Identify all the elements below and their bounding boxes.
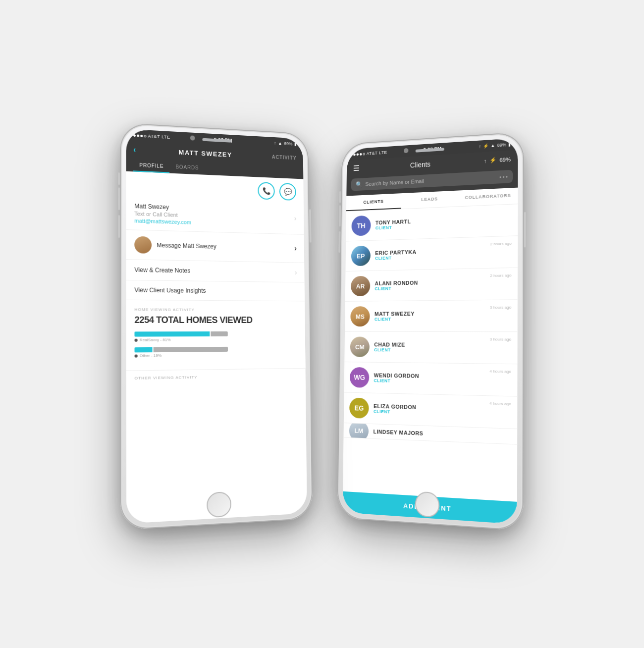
notes-row[interactable]: View & Create Notes › (126, 260, 305, 282)
client-name-lindsey: LINDSEY MAJORS (373, 429, 511, 440)
client-avatar-lm: LM (349, 423, 369, 441)
insights-row[interactable]: View Client Usage Insights (126, 280, 305, 301)
other-activity-section: OTHER VIEWING ACTIVITY (126, 368, 306, 386)
activity-tab-header[interactable]: ACTIVITY (272, 154, 297, 161)
contact-name: Matt Swezey (134, 203, 191, 212)
client-info-matt: MATT SWEZEY CLIENT (375, 310, 511, 322)
power-button[interactable] (309, 209, 311, 242)
profile-name-header: MATT SWEZEY (137, 146, 272, 161)
signal-dots-right (353, 153, 365, 156)
activity-section-label: HOME VIEWING ACTIVITY (134, 307, 297, 312)
list-item[interactable]: EP ERIC PARTYKA CLIENT 2 hours ago (345, 236, 518, 271)
chat-icon-button[interactable]: 💬 (279, 183, 296, 201)
client-avatar-th: TH (351, 216, 371, 236)
clients-screen: ☰ Clients ↑ ⚡ 69% 🔍 Search by Name or Em… (343, 150, 518, 524)
left-screen: AT&T LTE 2:08 PM ↑ ▲ 69% ▮ ‹ MATT SWEZEY… (126, 129, 307, 524)
total-viewed-label: 2254 TOTAL HOMES VIEWED (134, 315, 297, 325)
bar-other-label: Other - 19% (135, 352, 298, 358)
signal-dot-4 (144, 135, 146, 137)
call-icon-button[interactable]: 📞 (258, 182, 274, 200)
tab-collaborators[interactable]: COLLABORATORS (458, 188, 518, 207)
client-time-alani: 2 hours ago (490, 273, 511, 278)
signal-dot-3 (140, 134, 143, 137)
wifi-icon-right: ▲ (490, 143, 495, 149)
bar-other-text: Other - 19% (140, 353, 161, 358)
list-item[interactable]: MS MATT SWEZEY CLIENT 3 hours ago (345, 300, 518, 332)
back-button[interactable]: ‹ (133, 145, 137, 154)
tab-profile[interactable]: PROFILE (133, 158, 170, 173)
bar-realsavvy-grey (211, 331, 228, 336)
bar-realsavvy-text: RealSavvy - 81% (140, 337, 171, 342)
clients-title: Clients (360, 157, 484, 171)
search-icon: 🔍 (356, 181, 363, 188)
carrier-left: AT&T LTE (133, 133, 170, 140)
status-right-left: ↑ ▲ 69% ▮ (274, 141, 296, 147)
battery-right: 69% (497, 142, 506, 148)
bar-other-track (135, 346, 298, 353)
profile-content: 📞 💬 Matt Swezey Text or Call Client matt… (126, 171, 307, 524)
tab-leads[interactable]: LEADS (401, 191, 458, 209)
initials-eg: EG (354, 404, 364, 412)
client-list: TH TONY HARTL CLIENT EP ERIC PAR (343, 204, 518, 502)
mute-button[interactable] (118, 172, 120, 185)
list-item[interactable]: WG WENDI GORDON CLIENT 4 hours ago (344, 362, 518, 397)
search-placeholder: Search by Name or Email (365, 178, 424, 187)
client-avatar-cm: CM (350, 337, 370, 357)
initials-th: TH (357, 222, 365, 230)
volume-down-button[interactable] (118, 215, 120, 238)
bar-realsavvy: RealSavvy - 81% (134, 331, 297, 342)
tab-boards[interactable]: BOARDS (169, 160, 205, 175)
carrier-name-right: AT&T (367, 151, 378, 156)
activity-section: HOME VIEWING ACTIVITY 2254 TOTAL HOMES V… (126, 300, 306, 371)
bluetooth-nav-icon: ⚡ (489, 157, 496, 163)
initials-ar: AR (356, 282, 365, 290)
nav-icons-right: ↑ ⚡ 69% (484, 156, 511, 164)
volume-up-button-right[interactable] (339, 205, 341, 226)
battery-nav: 69% (499, 156, 511, 162)
carrier-right: AT&T LTE (353, 150, 387, 157)
client-time-wendi: 4 hours ago (489, 369, 511, 374)
bluetooth-icon: ⚡ (483, 143, 488, 149)
chevron-right-icon-2: › (294, 244, 297, 253)
tab-clients[interactable]: CLIENTS (346, 193, 401, 211)
right-phone: AT&T LTE 2:08 PM ↑ ⚡ ▲ 69% ▮ ☰ Clients (337, 132, 524, 531)
list-item[interactable]: CM CHAD MIZE CLIENT 3 hours ago (344, 332, 517, 364)
contact-email[interactable]: matt@mattswezey.com (134, 217, 191, 225)
bar-dot-1 (135, 338, 138, 341)
carrier-type-right: LTE (379, 150, 387, 156)
signal-dot-r2 (357, 153, 359, 156)
status-right-right: ↑ ⚡ ▲ 69% ▮ (479, 142, 511, 149)
location-nav-icon: ↑ (484, 158, 487, 163)
chat-icon: 💬 (284, 188, 292, 196)
list-item[interactable]: AR ALANI RONDON CLIENT 2 hours ago (345, 268, 518, 302)
hamburger-menu-icon[interactable]: ☰ (353, 163, 360, 173)
client-name-matt: MATT SWEZEY (375, 310, 511, 317)
client-avatar-ar: AR (351, 276, 370, 296)
message-row[interactable]: Message Matt Swezey › (126, 230, 304, 263)
client-time-chad: 3 hours ago (490, 337, 512, 341)
client-type-chad: CLIENT (374, 347, 511, 353)
power-button-right[interactable] (524, 212, 526, 248)
initials-ms: MS (356, 313, 365, 320)
carrier-name-left: AT&T (148, 134, 160, 139)
carrier-type-left: LTE (161, 134, 170, 140)
battery-icon-right: ▮ (508, 142, 511, 147)
insights-info: View Client Usage Insights (134, 286, 206, 294)
signal-dot-1 (133, 134, 136, 137)
client-avatar-ms: MS (350, 306, 370, 326)
initials-wg: WG (354, 374, 365, 381)
contact-info: Matt Swezey Text or Call Client matt@mat… (134, 203, 191, 225)
signal-dots (133, 134, 147, 137)
client-info-alani: ALANI RONDON CLIENT (375, 278, 511, 291)
volume-up-button[interactable] (118, 187, 120, 210)
mute-button-right[interactable] (339, 191, 341, 203)
contact-row[interactable]: Matt Swezey Text or Call Client matt@mat… (126, 196, 304, 235)
wifi-icon: ▲ (278, 141, 282, 146)
volume-down-button-right[interactable] (338, 231, 340, 253)
message-avatar (134, 236, 152, 254)
bar-other: Other - 19% (135, 346, 298, 358)
contact-subtitle: Text or Call Client (134, 211, 191, 218)
bar-realsavvy-filled (134, 331, 210, 337)
client-time-eliza: 4 hours ago (489, 401, 511, 406)
bar-dot-2 (135, 354, 138, 357)
